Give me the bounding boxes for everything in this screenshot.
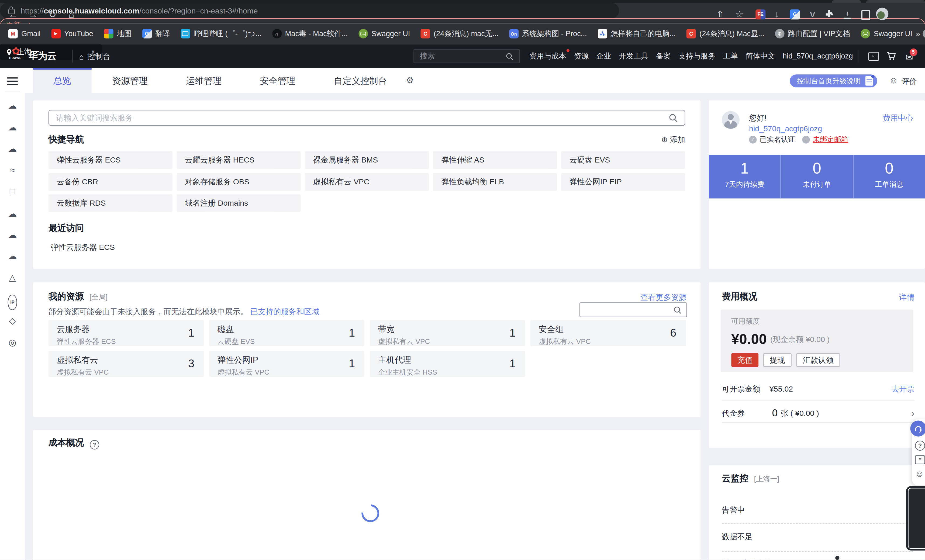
bookmark-youtube[interactable]: ▶YouTube — [51, 29, 93, 38]
topup-button[interactable]: 充值 — [731, 353, 758, 367]
menu-enterprise[interactable]: 企业 — [597, 51, 611, 61]
satisfaction-smiley-icon[interactable]: ☺ — [915, 468, 924, 478]
extensions-puzzle-icon[interactable] — [825, 9, 834, 18]
messages-icon[interactable]: ✉ 5 — [905, 52, 913, 63]
billing-center-link[interactable]: 费用中心 — [883, 113, 913, 123]
bookmark-star-icon[interactable]: ☆ — [735, 9, 743, 20]
huawei-logo[interactable]: ✿ HUAWEI — [7, 46, 25, 60]
resource-card-servers[interactable]: 云服务器弹性云服务器 ECS1 — [48, 320, 204, 346]
cli-icon[interactable]: >_ — [868, 52, 879, 61]
home-icon[interactable]: ⌂ — [68, 9, 74, 20]
monitor-row-alarm-count[interactable]: 近7天告警次数 — [722, 558, 772, 560]
resource-card-bandwidth[interactable]: 带宽虚拟私有云 VPC1 — [370, 320, 525, 346]
bind-email-warning[interactable]: !未绑定邮箱 — [802, 135, 848, 145]
bookmark-maps[interactable]: 地图 — [104, 29, 131, 39]
tabs-settings-gear-icon[interactable]: ⚙ — [406, 75, 414, 86]
sidebar-rds-icon[interactable]: ◇ — [0, 315, 25, 327]
withdraw-button[interactable]: 提现 — [763, 353, 792, 367]
tab-custom-console[interactable]: 自定义控制台 — [334, 76, 387, 87]
bookmarks-overflow-icon[interactable]: » — [916, 29, 920, 38]
account-name[interactable]: hid_570q_acgtp6jozg — [783, 52, 853, 60]
quick-nav-hecs[interactable]: 云耀云服务器 HECS — [176, 151, 301, 169]
quick-nav-bms[interactable]: 裸金属服务器 BMS — [305, 151, 429, 169]
tab-ops-management[interactable]: 运维管理 — [186, 76, 221, 87]
bookmark-baidu[interactable]: ⁂怎样将自己的电脑... — [598, 29, 676, 39]
bookmark-csdn-1[interactable]: C(24条消息) mac无... — [421, 29, 499, 39]
tab-security-management[interactable]: 安全管理 — [260, 76, 295, 87]
sidebar-elb-icon[interactable]: △ — [0, 272, 25, 283]
console-home-link[interactable]: ⌂控制台 — [79, 51, 110, 62]
feedback-icon[interactable]: ≡ — [915, 455, 925, 464]
sidebar-cbr-icon[interactable]: ☁ — [0, 208, 25, 220]
bookmark-processon[interactable]: On系统架构图 - Proc... — [509, 29, 587, 39]
quick-nav-obs[interactable]: 对象存储服务 OBS — [176, 173, 301, 191]
sidebar-obs-icon[interactable]: ☁ — [0, 229, 25, 241]
resource-card-eip[interactable]: 弹性公网IP虚拟私有云 VPC1 — [209, 351, 365, 377]
cart-icon[interactable] — [887, 51, 896, 61]
header-search-input[interactable]: 搜索 — [413, 49, 520, 63]
browser-profile-avatar[interactable] — [876, 8, 888, 20]
menu-devtools[interactable]: 开发工具 — [619, 51, 648, 61]
sidebar-bms-icon[interactable]: ☁ — [0, 143, 25, 155]
sidebar-eip-icon[interactable]: IP — [0, 295, 25, 310]
stat-renewals[interactable]: 17天内待续费 — [709, 155, 780, 198]
resource-card-disks[interactable]: 磁盘云硬盘 EVS1 — [209, 320, 365, 346]
user-avatar[interactable] — [722, 111, 740, 129]
qr-panel[interactable] — [906, 486, 925, 551]
forward-icon[interactable]: → — [28, 9, 38, 20]
sidebar-hecs-icon[interactable]: ☁ — [0, 122, 25, 133]
quick-nav-vpc[interactable]: 虚拟私有云 VPC — [305, 173, 429, 191]
go-invoice-link[interactable]: 去开票 — [891, 384, 914, 394]
recent-item-ecs[interactable]: 弹性云服务器 ECS — [51, 242, 114, 253]
remittance-claim-button[interactable]: 汇款认领 — [796, 353, 840, 367]
quick-nav-cbr[interactable]: 云备份 CBR — [48, 173, 172, 191]
bookmark-macdu[interactable]: ∩Mac毒 - Mac软件... — [272, 29, 348, 39]
resource-card-vpc[interactable]: 虚拟私有云虚拟私有云 VPC3 — [48, 351, 204, 377]
quick-nav-eip[interactable]: 弹性公网IP EIP — [561, 173, 685, 191]
sidebar-vpc-icon[interactable]: ☁ — [0, 250, 25, 262]
share-icon[interactable]: ⇧ — [717, 9, 724, 20]
extension-download-arrow-icon[interactable]: ↓ — [774, 9, 779, 19]
quick-nav-elb[interactable]: 弹性负载均衡 ELB — [433, 173, 557, 191]
tab-resource-management[interactable]: 资源管理 — [112, 76, 148, 87]
sidebar-ecs-icon[interactable]: ☁ — [0, 100, 25, 111]
quick-nav-evs[interactable]: 云硬盘 EVS — [561, 151, 685, 169]
monitor-row-alarming[interactable]: 告警中 — [722, 505, 745, 516]
menu-billing[interactable]: 费用与成本 — [529, 51, 566, 61]
quick-nav-ecs[interactable]: 弹性云服务器 ECS — [48, 151, 172, 169]
bookmark-translate[interactable]: G翻译 — [142, 29, 170, 39]
stat-ticket-messages[interactable]: 0工单消息 — [853, 155, 925, 198]
menu-icp[interactable]: 备案 — [656, 51, 671, 61]
resource-card-hss-agent[interactable]: 主机代理企业主机安全 HSS1 — [370, 351, 525, 377]
address-bar[interactable]: https://console.huaweicloud.com/console/… — [0, 3, 619, 18]
view-more-resources-link[interactable]: 查看更多资源 — [640, 292, 687, 303]
sidebar-as-icon[interactable]: ≈ — [0, 164, 25, 176]
menu-support[interactable]: 支持与服务 — [678, 51, 715, 61]
bookmark-swagger-1[interactable]: {…}Swagger UI — [359, 29, 410, 38]
bookmark-csdn-2[interactable]: C(24条消息) Mac显... — [687, 29, 764, 39]
customer-service-icon[interactable] — [910, 420, 925, 436]
billing-detail-link[interactable]: 详情 — [899, 292, 914, 303]
quick-nav-add-button[interactable]: ⊕ 添加 — [661, 135, 685, 145]
service-search-input[interactable]: 请输入关键词搜索服务 — [48, 110, 685, 126]
smiley-icon[interactable]: ☺ — [889, 75, 898, 85]
hamburger-menu-icon[interactable] — [7, 77, 18, 79]
downloads-icon[interactable]: ↓ — [844, 9, 851, 19]
bookmark-swagger-2[interactable]: {…}Swagger UI — [861, 29, 912, 38]
console-upgrade-button[interactable]: 控制台首页升级说明 — [790, 74, 877, 87]
bookmark-vip-docs[interactable]: ⊕路由配置 | VIP文档 — [775, 29, 850, 39]
stat-unpaid-orders[interactable]: 0未付订单 — [780, 155, 853, 198]
rate-link[interactable]: 评价 — [902, 76, 917, 87]
extension-vue-icon[interactable]: V — [807, 9, 818, 20]
quick-nav-as[interactable]: 弹性伸缩 AS — [433, 151, 557, 169]
menu-tickets[interactable]: 工单 — [723, 51, 738, 61]
supported-services-link[interactable]: 已支持的服务和区域 — [250, 307, 319, 316]
quick-nav-domains[interactable]: 域名注册 Domains — [176, 194, 301, 212]
extension-translate-icon[interactable]: G — [790, 9, 800, 20]
resource-card-security-groups[interactable]: 安全组虚拟私有云 VPC6 — [530, 320, 685, 346]
account-link[interactable]: hid_570q_acgtp6jozg — [749, 124, 822, 133]
coupon-row[interactable]: 代金券 0 张 ( ¥0.00 ) › — [722, 408, 914, 419]
monitor-row-insufficient-data[interactable]: 数据不足 — [722, 532, 753, 542]
bookmark-uniapp[interactable]: ⊕uni-app — [923, 29, 925, 38]
help-icon[interactable]: ? — [915, 441, 925, 450]
